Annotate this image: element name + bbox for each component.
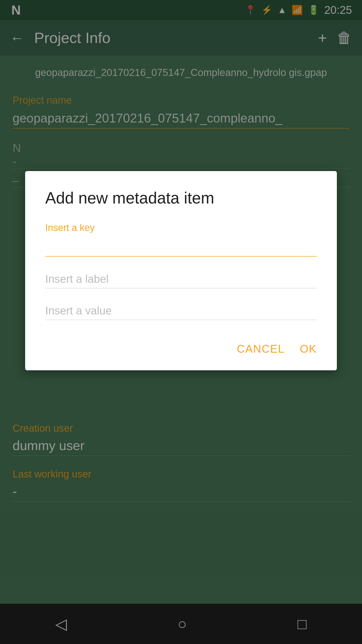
ok-button[interactable]: ok bbox=[300, 343, 317, 355]
value-input[interactable] bbox=[45, 301, 317, 320]
dialog-buttons: CANCEL ok bbox=[45, 343, 317, 355]
label-input[interactable] bbox=[45, 269, 317, 288]
key-input[interactable] bbox=[45, 237, 317, 257]
add-metadata-dialog: Add new metadata item Insert a key CANCE… bbox=[25, 171, 337, 370]
key-label: Insert a key bbox=[45, 222, 317, 233]
dialog-title: Add new metadata item bbox=[45, 189, 317, 207]
cancel-button[interactable]: CANCEL bbox=[237, 343, 285, 355]
